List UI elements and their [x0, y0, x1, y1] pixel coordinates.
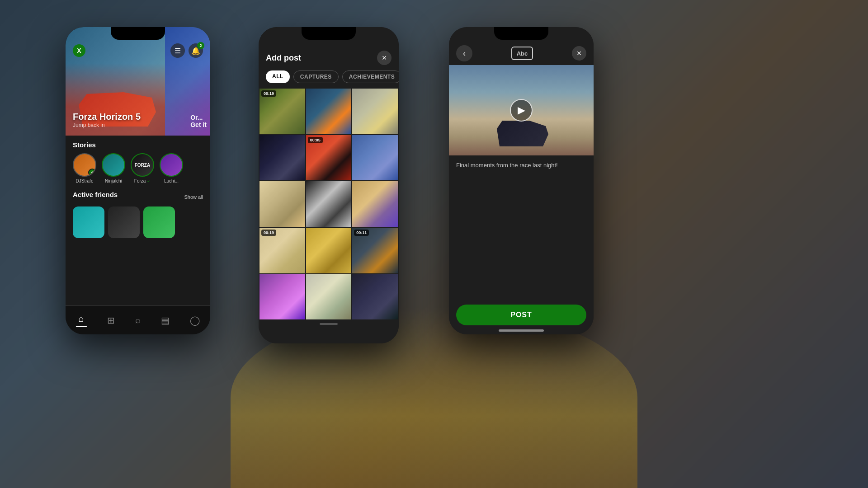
tab-all[interactable]: ALL: [266, 70, 290, 83]
story-name-luchi: Luchi...: [164, 178, 179, 183]
scroll-indicator: [259, 319, 399, 328]
friend-avatar-3[interactable]: [143, 206, 175, 238]
notifications-button[interactable]: 🔔 2: [189, 43, 203, 58]
left-phone-screen: Forza Horizon 5 Jump back in Or... Get i…: [66, 27, 210, 334]
friend-avatar-2[interactable]: [108, 206, 140, 238]
settings-button[interactable]: ☰: [170, 43, 185, 58]
right-phone-screen: ‹ Abc × ▶ Final moments from the race la…: [449, 27, 594, 334]
friends-section: Active friends Show all: [66, 187, 210, 242]
timestamp-5: 00:05: [308, 137, 323, 143]
friends-title: Active friends: [73, 191, 118, 198]
post-button-area: POST: [456, 305, 586, 325]
grid-item-10[interactable]: 00:19: [259, 228, 305, 273]
story-item-luchi[interactable]: Luchi...: [160, 153, 183, 183]
story-name-forza: Forza ✓: [134, 178, 151, 183]
stories-row: + DJStrafe Ninjalchi FORZA Forza ✓ Luch: [73, 153, 203, 183]
grid-item-6[interactable]: [352, 135, 398, 181]
play-button[interactable]: ▶: [510, 99, 533, 122]
grid-item-2[interactable]: [306, 89, 352, 134]
grid-item-4[interactable]: [259, 135, 305, 181]
add-post-header: Add post ×: [259, 45, 399, 70]
grid-item-11[interactable]: [306, 228, 352, 273]
story-item-ninjalchi[interactable]: Ninjalchi: [102, 153, 125, 183]
close-button[interactable]: ×: [377, 51, 392, 65]
story-avatar-luchi: [160, 153, 183, 177]
nav-search[interactable]: ⌕: [130, 313, 146, 327]
grid-item-8[interactable]: [306, 181, 352, 227]
timestamp-1: 00:19: [261, 90, 276, 97]
story-avatar-ninjalchi: [102, 153, 125, 177]
video-thumbnail: ▶: [449, 65, 594, 155]
image-grid: 00:19 00:05 00:19 00:11: [259, 89, 399, 319]
tab-captures[interactable]: CAPTURES: [293, 70, 339, 83]
grid-item-5[interactable]: 00:05: [306, 135, 352, 181]
story-name-djstrafe: DJStrafe: [76, 178, 94, 183]
caption-text: Final moments from the race last night!: [456, 161, 586, 170]
right-phone: ‹ Abc × ▶ Final moments from the race la…: [449, 27, 594, 334]
grid-item-1[interactable]: 00:19: [259, 89, 305, 134]
friend-avatar-1[interactable]: [73, 206, 104, 238]
grid-item-7[interactable]: [259, 181, 305, 227]
grid-item-12[interactable]: 00:11: [352, 228, 398, 273]
right-close-button[interactable]: ×: [572, 46, 586, 61]
middle-phone-notch: [302, 27, 356, 40]
friends-header: Active friends Show all: [73, 191, 203, 203]
filter-tabs: ALL CAPTURES ACHIEVEMENTS: [259, 70, 399, 89]
story-item-djstrafe[interactable]: + DJStrafe: [73, 153, 96, 183]
hero-second-game-cta: Get it: [190, 121, 207, 128]
story-item-forza[interactable]: FORZA Forza ✓: [131, 153, 154, 183]
stories-title: Stories: [73, 141, 203, 149]
grid-item-13[interactable]: [259, 274, 305, 320]
timestamp-12: 00:11: [354, 230, 369, 236]
grid-item-14[interactable]: [306, 274, 352, 320]
timestamp-10: 00:19: [261, 230, 276, 236]
scroll-dot: [320, 323, 338, 325]
library-icon: ▤: [161, 315, 170, 326]
social-icon: ⊞: [107, 315, 115, 326]
left-phone-topbar: X ☰ 🔔 2: [66, 43, 210, 58]
topbar-icons: ☰ 🔔 2: [170, 43, 203, 58]
show-all-button[interactable]: Show all: [184, 194, 203, 200]
grid-item-9[interactable]: [352, 181, 398, 227]
nav-social[interactable]: ⊞: [102, 313, 120, 328]
friends-row: [73, 206, 203, 238]
hero-game-title: Forza Horizon 5: [73, 112, 141, 122]
story-avatar-forza: FORZA: [131, 153, 154, 177]
back-button[interactable]: ‹: [456, 45, 472, 61]
notification-badge: 2: [197, 42, 204, 49]
nav-profile[interactable]: ◯: [184, 313, 205, 328]
hero-text: Forza Horizon 5 Jump back in: [73, 112, 141, 128]
text-format-button[interactable]: Abc: [511, 47, 533, 60]
bottom-nav: ⌂ ⊞ ⌕ ▤ ◯: [66, 305, 210, 334]
hero-game-subtitle: Jump back in: [73, 122, 141, 128]
xbox-logo: X: [73, 44, 85, 57]
hero-second-game-text: Or...: [190, 114, 207, 121]
middle-phone: Add post × ALL CAPTURES ACHIEVEMENTS 00:…: [259, 27, 399, 343]
video-car: [494, 119, 548, 146]
grid-item-3[interactable]: [352, 89, 398, 134]
hero-second-text: Or... Get it: [190, 114, 207, 128]
tab-achievements[interactable]: ACHIEVEMENTS: [342, 70, 399, 83]
middle-phone-screen: Add post × ALL CAPTURES ACHIEVEMENTS 00:…: [259, 27, 399, 343]
nav-library[interactable]: ▤: [156, 313, 175, 328]
nav-home[interactable]: ⌂: [71, 312, 92, 329]
left-phone-notch: [111, 27, 165, 40]
caption-section: Final moments from the race last night!: [449, 155, 594, 175]
home-bar: [499, 329, 544, 332]
post-button[interactable]: POST: [456, 305, 586, 325]
story-name-ninjalchi: Ninjalchi: [105, 178, 122, 183]
story-add-plus: +: [88, 169, 96, 177]
home-icon: ⌂: [79, 314, 84, 324]
grid-item-15[interactable]: [352, 274, 398, 320]
add-post-title: Add post: [266, 53, 301, 63]
profile-icon: ◯: [190, 315, 200, 326]
stories-section: Stories + DJStrafe Ninjalchi FORZA Forz: [66, 136, 210, 187]
right-phone-notch: [494, 27, 548, 40]
left-phone: Forza Horizon 5 Jump back in Or... Get i…: [66, 27, 210, 334]
search-icon: ⌕: [135, 315, 141, 325]
story-avatar-djstrafe: +: [73, 153, 96, 177]
